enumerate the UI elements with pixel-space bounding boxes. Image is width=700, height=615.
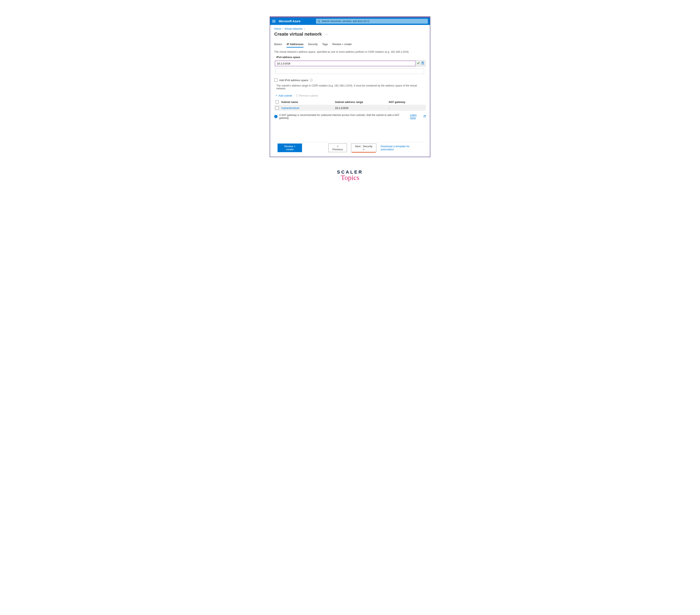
svg-line-1 (320, 22, 320, 22)
wizard-footer: Review + create < Previous Next : Securi… (274, 142, 426, 153)
tab-basics[interactable]: Basics (274, 42, 282, 48)
content-area: Home › Virtual networks › Create virtual… (270, 25, 430, 157)
remove-subnet-label: Remove subnet (299, 94, 318, 97)
delete-address-button[interactable] (421, 61, 424, 65)
checkmark-icon (417, 61, 420, 65)
breadcrumb-vnets[interactable]: Virtual networks (285, 27, 303, 30)
nat-info-bar: i A NAT gateway is recommended for outbo… (274, 114, 426, 120)
watermark-line2: Topics (337, 175, 363, 180)
remove-subnet-button: Remove subnet (296, 94, 318, 97)
next-security-button[interactable]: Next : Security > (351, 143, 376, 152)
ipv4-address-input-empty[interactable] (275, 68, 424, 74)
search-icon (318, 20, 320, 23)
search-input[interactable] (322, 20, 426, 23)
select-all-checkbox[interactable] (275, 100, 279, 103)
learn-more-label: Learn more (410, 114, 423, 120)
plus-icon: ＋ (275, 94, 278, 97)
ipv4-address-row-empty (274, 68, 426, 75)
azure-portal-window: Microsoft Azure Home › Virtual networks … (270, 16, 430, 157)
subnet-actions: ＋ Add subnet Remove subnet (274, 94, 426, 97)
external-link-icon (424, 115, 426, 118)
nat-info-text: A NAT gateway is recommended for outboun… (279, 114, 408, 120)
ipv6-label: Add IPv6 address space (279, 79, 308, 82)
col-subnet-name: Subnet name (281, 100, 335, 103)
tab-security[interactable]: Security (308, 42, 318, 48)
tab-review-create[interactable]: Review + create (332, 42, 352, 48)
tab-ip-addresses[interactable]: IP Addresses (287, 42, 303, 48)
hamburger-menu-icon[interactable] (272, 20, 275, 23)
col-subnet-range: Subnet address range (335, 100, 389, 103)
address-space-description: The virtual network's address space, spe… (274, 50, 426, 53)
nat-gateway-value: - (389, 106, 425, 110)
add-subnet-label: Add subnet (278, 94, 292, 97)
portal-header: Microsoft Azure (270, 17, 430, 25)
subnet-description: The subnet's address range in CIDR notat… (274, 84, 426, 90)
trash-icon (296, 94, 298, 97)
global-search[interactable] (316, 19, 428, 24)
scaler-watermark: SCALER Topics (337, 170, 363, 180)
learn-more-link[interactable]: Learn more (410, 114, 426, 120)
add-subnet-button[interactable]: ＋ Add subnet (275, 94, 292, 97)
ipv4-address-row (274, 60, 426, 67)
ipv4-label: IPv4 address space (276, 56, 426, 59)
row-checkbox[interactable] (275, 106, 279, 110)
ipv6-toggle-row: Add IPv6 address space i (274, 78, 426, 82)
more-actions-icon[interactable]: ⋯ (325, 32, 328, 36)
ipv4-address-input[interactable] (275, 61, 415, 66)
chevron-right-icon: › (304, 27, 305, 30)
svg-rect-6 (422, 62, 423, 62)
tab-tags[interactable]: Tags (322, 42, 328, 48)
wizard-tabs: Basics IP Addresses Security Tags Review… (274, 42, 426, 48)
subnet-name-link[interactable]: mybackendsub (281, 106, 335, 110)
review-create-button[interactable]: Review + create (277, 143, 302, 152)
breadcrumb-home[interactable]: Home (274, 27, 281, 30)
title-row: Create virtual network ⋯ (274, 32, 426, 37)
subnet-table: Subnet name Subnet address range NAT gat… (274, 99, 426, 111)
brand-label: Microsoft Azure (279, 20, 300, 23)
ipv6-checkbox[interactable] (274, 78, 277, 82)
info-icon[interactable]: i (310, 79, 313, 81)
info-badge-icon: i (274, 115, 277, 118)
subnet-range-value: 10.1.0.0/24 (335, 106, 389, 110)
svg-rect-7 (296, 95, 298, 96)
svg-point-0 (318, 20, 320, 22)
col-nat-gateway: NAT gateway (389, 100, 425, 103)
download-template-link[interactable]: Download a template for automation (380, 145, 423, 151)
svg-rect-2 (422, 62, 424, 64)
table-row: mybackendsub 10.1.0.0/24 - (274, 105, 426, 111)
chevron-right-icon: › (282, 27, 283, 30)
page-title: Create virtual network (274, 32, 322, 37)
previous-button[interactable]: < Previous (328, 143, 347, 152)
breadcrumb: Home › Virtual networks › (274, 27, 426, 30)
subnet-table-header: Subnet name Subnet address range NAT gat… (274, 99, 426, 105)
